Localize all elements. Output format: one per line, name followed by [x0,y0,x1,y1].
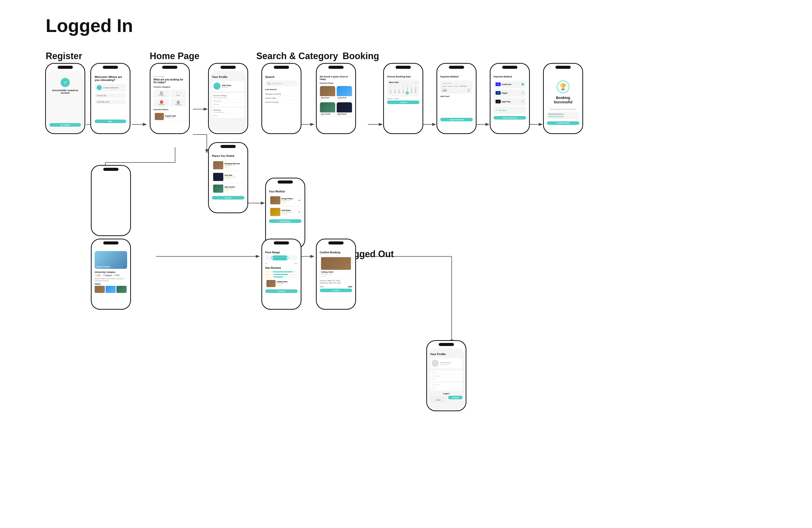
booking-date-confirm-btn[interactable]: Confirm [387,101,419,104]
section-homepage: Home Page [150,51,200,61]
phone-search-results: We found 4 spots close to today Favorite… [316,63,356,134]
section-booking: Booking [343,51,379,61]
page-title: Logged In [46,15,133,36]
payment-method-btn[interactable]: Payment Method [440,118,473,122]
places-view-all-btn[interactable]: View All [212,196,244,200]
filter-confirm-btn[interactable]: Confirm [265,289,298,293]
profile-title: Your Profile [212,75,244,79]
phone-search-main: Search 🔍 Search places... Last Search Sh… [261,63,302,134]
loggedout-profile-title: Your Profile [430,353,463,356]
booking-success-text: Booking Successful [547,96,579,104]
section-register: Register [46,51,82,61]
booking-success-done-btn[interactable]: Confirm Details [547,122,579,125]
wishlist-explore-btn[interactable]: Explore More [269,219,302,223]
phone-wishlist: Your Wishlist Dongli Palace Historical s… [265,178,305,249]
register-next-btn[interactable]: Next [95,119,126,123]
phone-booking-payment1: Payment Method Card Number •••• •••• •••… [436,63,477,134]
loggedout-confirm-btn[interactable]: Confirm [448,396,463,399]
phone-homepage-main: Home Page What are you looking for for t… [150,63,190,134]
phone-register-welcome: Welcome! Where are you relocating? Locat… [90,63,130,134]
places-visited-title: Places You Visited [212,155,244,157]
wishlist-title: Your Wishlist [269,190,302,193]
section-search: Search & Category [256,51,338,61]
phone-register-success: ✓ Successfully created an account get st… [45,63,85,134]
phone-shanghai-university: 📍 Shanghai Shanghai University A prestig… [91,165,131,236]
payment-options-btn[interactable]: Payment Method [494,116,526,119]
phone-places-visited: Places You Visited Shanghai Museum Cultu… [208,142,248,213]
phone-booking-payment2: Payment Method VISA Credit Card PP Paypa… [490,63,530,134]
phone-confirm: Confirm Booking Cathay Hotel Shanghai, C… [316,239,356,310]
phone-booking-date: Choose Booking Date March 2024 ‹ › SMTWT… [383,63,423,134]
phone-filter: Price Range $0$500 Star Reviews ★★★★★ ★★… [261,239,302,310]
phone-profile: Your Profile Edit Zhao Student Account S… [208,63,248,134]
phone-about-campus: About Campus University Campus ⭐ 4.8 📍 S… [91,239,131,310]
confirm-booking-btn[interactable]: Confirm [320,289,352,292]
phone-loggedout-profile: Your Profile Guest User Not logged in Se… [426,340,466,411]
register-getstarted-btn[interactable]: get started [49,123,81,127]
phone-booking-success: 🏆 Booking Successful Your booking has be… [543,63,583,134]
register-welcome-text: Welcome! Where are you relocating? [95,75,126,82]
register-success-text: Successfully created an account [49,89,81,94]
